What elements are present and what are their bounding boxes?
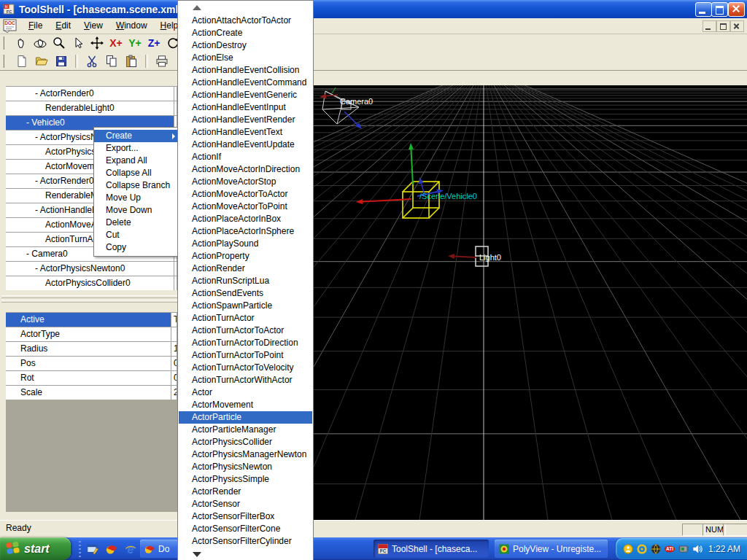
class-item-actiondestroy[interactable]: ActionDestroy (179, 39, 312, 52)
zoom-tool[interactable] (51, 36, 67, 51)
context-menu-item-collapse-all[interactable]: Collapse All (94, 167, 179, 179)
y-plus-tool[interactable]: Y+ (127, 36, 143, 51)
pan-tool[interactable] (13, 36, 29, 51)
messenger-tray-icon[interactable] (622, 543, 634, 555)
class-item-actionmoveactortopoint[interactable]: ActionMoveActorToPoint (179, 201, 312, 213)
class-item-actionplaceactorinsphere[interactable]: ActionPlaceActorInSphere (179, 225, 312, 238)
context-menu-item-cut[interactable]: Cut (94, 229, 179, 241)
quick-launch-handle[interactable] (79, 541, 81, 557)
context-menu-item-expand-all[interactable]: Expand All (94, 155, 179, 167)
class-item-actionturnactorwithactor[interactable]: ActionTurnActorWithActor (179, 374, 312, 386)
property-name-pos[interactable]: Pos (6, 357, 171, 371)
class-item-actionhandleeventcollision[interactable]: ActionHandleEventCollision (179, 64, 312, 77)
property-row[interactable]: ActiveTrue (6, 313, 177, 327)
class-item-actionturnactortodirection[interactable]: ActionTurnActorToDirection (179, 337, 312, 349)
property-value-active[interactable]: True (171, 313, 177, 327)
class-item-actionhandleeventtext[interactable]: ActionHandleEventText (179, 126, 312, 139)
class-item-actorphysicscollider[interactable]: ActorPhysicsCollider (179, 436, 312, 448)
orbit-tool[interactable] (32, 36, 48, 51)
globe-tray-icon[interactable] (650, 543, 662, 555)
property-row[interactable]: Radius1 (6, 342, 177, 357)
menu-file[interactable]: File (22, 18, 49, 34)
tree-row[interactable]: ActorPhysicsCollider0 (6, 276, 177, 291)
class-item-actionhandleeventinput[interactable]: ActionHandleEventInput (179, 101, 312, 114)
class-item-actionhandleeventrender[interactable]: ActionHandleEventRender (179, 114, 312, 126)
class-item-actor[interactable]: Actor (179, 386, 312, 399)
menu-view[interactable]: View (77, 18, 109, 34)
class-item-actorsensorfiltercylinder[interactable]: ActorSensorFilterCylinder (179, 535, 312, 548)
volume-tray-icon[interactable] (692, 543, 703, 555)
close-button[interactable] (728, 2, 745, 17)
class-item-actionhandleeventgeneric[interactable]: ActionHandleEventGeneric (179, 89, 312, 101)
class-item-actorphysicsmanagernewton[interactable]: ActorPhysicsManagerNewton (179, 448, 312, 461)
context-menu-item-export[interactable]: Export... (94, 142, 179, 155)
mdi-restore-button[interactable] (716, 20, 730, 32)
tree-node-actorphysicsnewton0[interactable]: - ActorPhysicsNewton0 (6, 262, 174, 276)
toolbar-grip[interactable] (3, 55, 7, 68)
select-tool[interactable] (70, 36, 86, 51)
class-item-actionelse[interactable]: ActionElse (179, 52, 312, 64)
class-item-actionturnactortoactor[interactable]: ActionTurnActorToActor (179, 324, 312, 337)
paste-button[interactable] (123, 54, 139, 69)
context-menu-item-copy[interactable]: Copy (94, 241, 179, 254)
class-item-actormovement[interactable]: ActorMovement (179, 399, 312, 411)
context-menu-item-delete[interactable]: Delete (94, 217, 179, 229)
camera-label[interactable]: Camera0 (340, 97, 373, 106)
context-menu-item-move-down[interactable]: Move Down (94, 204, 179, 217)
class-item-actorparticlemanager[interactable]: ActorParticleManager (179, 424, 312, 436)
camera-gizmo[interactable] (320, 88, 362, 129)
start-button[interactable]: start (0, 537, 71, 560)
class-item-actionproperty[interactable]: ActionProperty (179, 250, 312, 262)
property-row[interactable]: Pos0 0 0 (6, 357, 177, 371)
class-item-actionhandleeventupdate[interactable]: ActionHandleEventUpdate (179, 139, 312, 151)
maximize-button[interactable] (711, 2, 728, 17)
class-item-actionrender[interactable]: ActionRender (179, 262, 312, 275)
vehicle-label[interactable]: /Scene/Vehicle0 (419, 192, 477, 201)
class-item-actorsensor[interactable]: ActorSensor (179, 498, 312, 510)
x-plus-tool[interactable]: X+ (108, 36, 124, 51)
viewport-3d[interactable]: Camera0 /Scene/Vehicle0 Light0 (306, 85, 747, 520)
class-item-actionturnactortopoint[interactable]: ActionTurnActorToPoint (179, 349, 312, 362)
tree-node-actorphysicscollider0[interactable]: ActorPhysicsCollider0 (6, 276, 174, 291)
internet-explorer-icon[interactable]: e (124, 542, 137, 556)
class-item-actionhandleeventcommand[interactable]: ActionHandleEventCommand (179, 77, 312, 89)
property-row[interactable]: ActorType (6, 327, 177, 342)
menu-edit[interactable]: Edit (49, 18, 77, 34)
vehicle-gizmo[interactable] (356, 143, 444, 218)
open-button[interactable] (34, 54, 50, 69)
property-name-active[interactable]: Active (6, 313, 171, 327)
property-name-rot[interactable]: Rot (6, 371, 171, 386)
tree-node-renderablelight0[interactable]: RenderableLight0 (6, 101, 174, 116)
class-item-actionrunscriptlua[interactable]: ActionRunScriptLua (179, 275, 312, 287)
class-item-actionspawnparticle[interactable]: ActionSpawnParticle (179, 300, 312, 312)
property-value-scale[interactable]: 2 2 2 (171, 386, 177, 400)
save-button[interactable] (53, 54, 69, 69)
agent-tray-icon[interactable] (636, 543, 648, 555)
tree-row[interactable]: RenderableLight0 (6, 101, 177, 116)
class-item-actorphysicssimple[interactable]: ActorPhysicsSimple (179, 473, 312, 486)
class-item-actorsensorfilterbox[interactable]: ActorSensorFilterBox (179, 510, 312, 523)
class-item-actionif[interactable]: ActionIf (179, 151, 312, 163)
class-item-actionturnactortovelocity[interactable]: ActionTurnActorToVelocity (179, 362, 312, 374)
taskbar-task-polyview-unregiste[interactable]: PolyView - Unregiste... (495, 540, 608, 558)
taskbar-task-toolshell-chaseca[interactable]: FCToolShell - [chaseca... (374, 540, 489, 558)
class-item-actionattachactortoactor[interactable]: ActionAttachActorToActor (179, 15, 312, 27)
toolbar-grip[interactable] (3, 36, 7, 50)
tree-row[interactable]: - ActorRender0 (6, 87, 177, 101)
copy-button[interactable] (104, 54, 120, 69)
class-item-actionsendevents[interactable]: ActionSendEvents (179, 287, 312, 300)
class-item-actionmoveactorstop[interactable]: ActionMoveActorStop (179, 176, 312, 188)
scroll-down-button[interactable] (193, 550, 210, 559)
scroll-up-button[interactable] (193, 3, 210, 12)
media-app-icon[interactable] (105, 542, 118, 556)
new-button[interactable] (14, 54, 30, 69)
context-menu-item-create[interactable]: Create (94, 130, 179, 142)
class-item-actorrender[interactable]: ActorRender (179, 486, 312, 498)
property-value-actortype[interactable] (171, 327, 177, 342)
property-value-rot[interactable]: 0 0 0 (171, 371, 177, 386)
class-item-actionturnactor[interactable]: ActionTurnActor (179, 312, 312, 324)
property-row[interactable]: Rot0 0 0 (6, 371, 177, 386)
property-value-radius[interactable]: 1 (171, 342, 177, 357)
context-menu-item-collapse-branch[interactable]: Collapse Branch (94, 179, 179, 192)
mdi-minimize-button[interactable] (703, 20, 716, 32)
